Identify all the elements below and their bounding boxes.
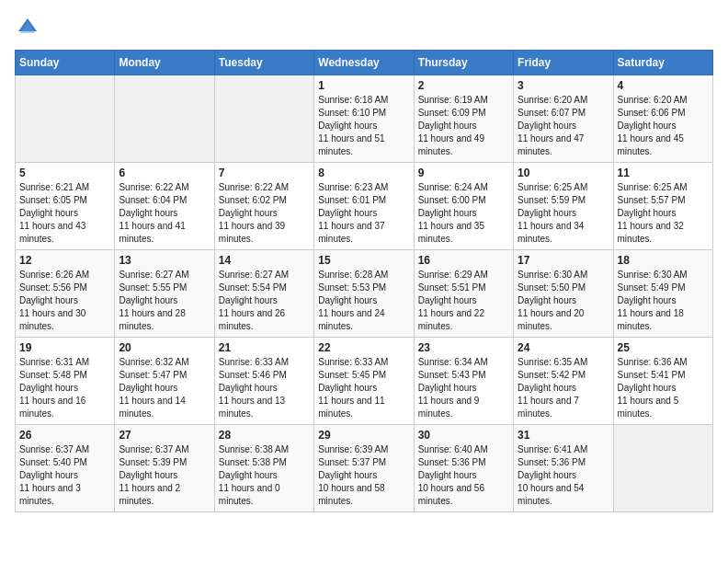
calendar-cell: 9Sunrise: 6:24 AMSunset: 6:00 PMDaylight… bbox=[414, 163, 513, 250]
cell-info: Sunrise: 6:37 AMSunset: 5:39 PMDaylight … bbox=[119, 443, 210, 508]
calendar-week-3: 12Sunrise: 6:26 AMSunset: 5:56 PMDayligh… bbox=[16, 250, 713, 338]
cell-info: Sunrise: 6:24 AMSunset: 6:00 PMDaylight … bbox=[418, 181, 509, 246]
weekday-header-wednesday: Wednesday bbox=[314, 51, 414, 75]
weekday-row: SundayMondayTuesdayWednesdayThursdayFrid… bbox=[16, 51, 713, 75]
day-number: 29 bbox=[318, 429, 409, 442]
day-number: 7 bbox=[219, 167, 310, 179]
calendar-cell: 8Sunrise: 6:23 AMSunset: 6:01 PMDaylight… bbox=[314, 163, 414, 250]
day-number: 19 bbox=[19, 341, 110, 354]
calendar-week-2: 5Sunrise: 6:21 AMSunset: 6:05 PMDaylight… bbox=[16, 163, 713, 250]
cell-info: Sunrise: 6:27 AMSunset: 5:55 PMDaylight … bbox=[119, 269, 210, 333]
calendar-cell: 1Sunrise: 6:18 AMSunset: 6:10 PMDaylight… bbox=[314, 75, 414, 163]
logo bbox=[15, 15, 44, 40]
calendar-cell: 28Sunrise: 6:38 AMSunset: 5:38 PMDayligh… bbox=[214, 425, 313, 512]
calendar-cell: 23Sunrise: 6:34 AMSunset: 5:43 PMDayligh… bbox=[414, 338, 513, 425]
cell-info: Sunrise: 6:22 AMSunset: 6:04 PMDaylight … bbox=[119, 181, 210, 246]
page-header bbox=[15, 15, 713, 40]
day-number: 27 bbox=[119, 429, 210, 442]
cell-info: Sunrise: 6:23 AMSunset: 6:01 PMDaylight … bbox=[318, 181, 409, 246]
calendar-cell: 11Sunrise: 6:25 AMSunset: 5:57 PMDayligh… bbox=[613, 163, 712, 250]
calendar-cell: 30Sunrise: 6:40 AMSunset: 5:36 PMDayligh… bbox=[414, 425, 513, 512]
day-number: 30 bbox=[418, 429, 509, 442]
calendar-table: SundayMondayTuesdayWednesdayThursdayFrid… bbox=[15, 50, 713, 512]
cell-info: Sunrise: 6:27 AMSunset: 5:54 PMDaylight … bbox=[219, 269, 310, 333]
calendar-week-5: 26Sunrise: 6:37 AMSunset: 5:40 PMDayligh… bbox=[16, 425, 713, 512]
calendar-cell: 26Sunrise: 6:37 AMSunset: 5:40 PMDayligh… bbox=[16, 425, 115, 512]
calendar-header: SundayMondayTuesdayWednesdayThursdayFrid… bbox=[16, 51, 713, 75]
calendar-cell: 14Sunrise: 6:27 AMSunset: 5:54 PMDayligh… bbox=[214, 250, 313, 338]
weekday-header-monday: Monday bbox=[115, 51, 214, 75]
cell-info: Sunrise: 6:33 AMSunset: 5:45 PMDaylight … bbox=[318, 356, 409, 420]
calendar-cell: 29Sunrise: 6:39 AMSunset: 5:37 PMDayligh… bbox=[314, 425, 414, 512]
calendar-week-4: 19Sunrise: 6:31 AMSunset: 5:48 PMDayligh… bbox=[16, 338, 713, 425]
cell-info: Sunrise: 6:25 AMSunset: 5:59 PMDaylight … bbox=[518, 181, 609, 246]
day-number: 23 bbox=[418, 341, 509, 354]
calendar-cell: 20Sunrise: 6:32 AMSunset: 5:47 PMDayligh… bbox=[115, 338, 214, 425]
calendar-cell: 18Sunrise: 6:30 AMSunset: 5:49 PMDayligh… bbox=[613, 250, 712, 338]
day-number: 11 bbox=[618, 167, 709, 179]
calendar-cell: 24Sunrise: 6:35 AMSunset: 5:42 PMDayligh… bbox=[514, 338, 613, 425]
day-number: 6 bbox=[119, 167, 210, 179]
cell-info: Sunrise: 6:38 AMSunset: 5:38 PMDaylight … bbox=[219, 443, 310, 508]
day-number: 22 bbox=[318, 341, 409, 354]
cell-info: Sunrise: 6:28 AMSunset: 5:53 PMDaylight … bbox=[318, 269, 409, 333]
cell-info: Sunrise: 6:30 AMSunset: 5:50 PMDaylight … bbox=[518, 269, 609, 333]
calendar-cell: 25Sunrise: 6:36 AMSunset: 5:41 PMDayligh… bbox=[613, 338, 712, 425]
cell-info: Sunrise: 6:20 AMSunset: 6:06 PMDaylight … bbox=[618, 94, 709, 158]
calendar-cell: 2Sunrise: 6:19 AMSunset: 6:09 PMDaylight… bbox=[414, 75, 513, 163]
day-number: 18 bbox=[618, 254, 709, 267]
calendar-cell: 27Sunrise: 6:37 AMSunset: 5:39 PMDayligh… bbox=[115, 425, 214, 512]
cell-info: Sunrise: 6:20 AMSunset: 6:07 PMDaylight … bbox=[518, 94, 609, 158]
weekday-header-thursday: Thursday bbox=[414, 51, 513, 75]
calendar-cell: 6Sunrise: 6:22 AMSunset: 6:04 PMDaylight… bbox=[115, 163, 214, 250]
calendar-cell: 19Sunrise: 6:31 AMSunset: 5:48 PMDayligh… bbox=[16, 338, 115, 425]
day-number: 17 bbox=[518, 254, 609, 267]
calendar-cell: 5Sunrise: 6:21 AMSunset: 6:05 PMDaylight… bbox=[16, 163, 115, 250]
calendar-week-1: 1Sunrise: 6:18 AMSunset: 6:10 PMDaylight… bbox=[16, 75, 713, 163]
calendar-cell: 7Sunrise: 6:22 AMSunset: 6:02 PMDaylight… bbox=[214, 163, 313, 250]
day-number: 28 bbox=[219, 429, 310, 442]
logo-icon bbox=[15, 15, 40, 40]
cell-info: Sunrise: 6:36 AMSunset: 5:41 PMDaylight … bbox=[618, 356, 709, 420]
weekday-header-friday: Friday bbox=[514, 51, 613, 75]
cell-info: Sunrise: 6:35 AMSunset: 5:42 PMDaylight … bbox=[518, 356, 609, 420]
cell-info: Sunrise: 6:29 AMSunset: 5:51 PMDaylight … bbox=[418, 269, 509, 333]
day-number: 25 bbox=[618, 341, 709, 354]
calendar-cell: 15Sunrise: 6:28 AMSunset: 5:53 PMDayligh… bbox=[314, 250, 414, 338]
cell-info: Sunrise: 6:39 AMSunset: 5:37 PMDaylight … bbox=[318, 443, 409, 508]
calendar-cell: 16Sunrise: 6:29 AMSunset: 5:51 PMDayligh… bbox=[414, 250, 513, 338]
cell-info: Sunrise: 6:33 AMSunset: 5:46 PMDaylight … bbox=[219, 356, 310, 420]
day-number: 13 bbox=[119, 254, 210, 267]
calendar-cell: 31Sunrise: 6:41 AMSunset: 5:36 PMDayligh… bbox=[514, 425, 613, 512]
calendar-cell bbox=[613, 425, 712, 512]
day-number: 5 bbox=[19, 167, 110, 179]
weekday-header-sunday: Sunday bbox=[16, 51, 115, 75]
day-number: 15 bbox=[318, 254, 409, 267]
calendar-cell: 21Sunrise: 6:33 AMSunset: 5:46 PMDayligh… bbox=[214, 338, 313, 425]
day-number: 12 bbox=[19, 254, 110, 267]
day-number: 24 bbox=[518, 341, 609, 354]
weekday-header-saturday: Saturday bbox=[613, 51, 712, 75]
cell-info: Sunrise: 6:34 AMSunset: 5:43 PMDaylight … bbox=[418, 356, 509, 420]
day-number: 21 bbox=[219, 341, 310, 354]
calendar-cell: 13Sunrise: 6:27 AMSunset: 5:55 PMDayligh… bbox=[115, 250, 214, 338]
cell-info: Sunrise: 6:18 AMSunset: 6:10 PMDaylight … bbox=[318, 94, 409, 158]
cell-info: Sunrise: 6:31 AMSunset: 5:48 PMDaylight … bbox=[19, 356, 110, 420]
weekday-header-tuesday: Tuesday bbox=[214, 51, 313, 75]
cell-info: Sunrise: 6:40 AMSunset: 5:36 PMDaylight … bbox=[418, 443, 509, 508]
cell-info: Sunrise: 6:32 AMSunset: 5:47 PMDaylight … bbox=[119, 356, 210, 420]
calendar-cell bbox=[16, 75, 115, 163]
cell-info: Sunrise: 6:37 AMSunset: 5:40 PMDaylight … bbox=[19, 443, 110, 508]
cell-info: Sunrise: 6:41 AMSunset: 5:36 PMDaylight … bbox=[518, 443, 609, 508]
calendar-body: 1Sunrise: 6:18 AMSunset: 6:10 PMDaylight… bbox=[16, 75, 713, 512]
cell-info: Sunrise: 6:30 AMSunset: 5:49 PMDaylight … bbox=[618, 269, 709, 333]
cell-info: Sunrise: 6:22 AMSunset: 6:02 PMDaylight … bbox=[219, 181, 310, 246]
day-number: 16 bbox=[418, 254, 509, 267]
calendar-cell: 3Sunrise: 6:20 AMSunset: 6:07 PMDaylight… bbox=[514, 75, 613, 163]
day-number: 3 bbox=[518, 79, 609, 92]
day-number: 2 bbox=[418, 79, 509, 92]
calendar-cell: 12Sunrise: 6:26 AMSunset: 5:56 PMDayligh… bbox=[16, 250, 115, 338]
day-number: 31 bbox=[518, 429, 609, 442]
day-number: 10 bbox=[518, 167, 609, 179]
calendar-cell bbox=[115, 75, 214, 163]
